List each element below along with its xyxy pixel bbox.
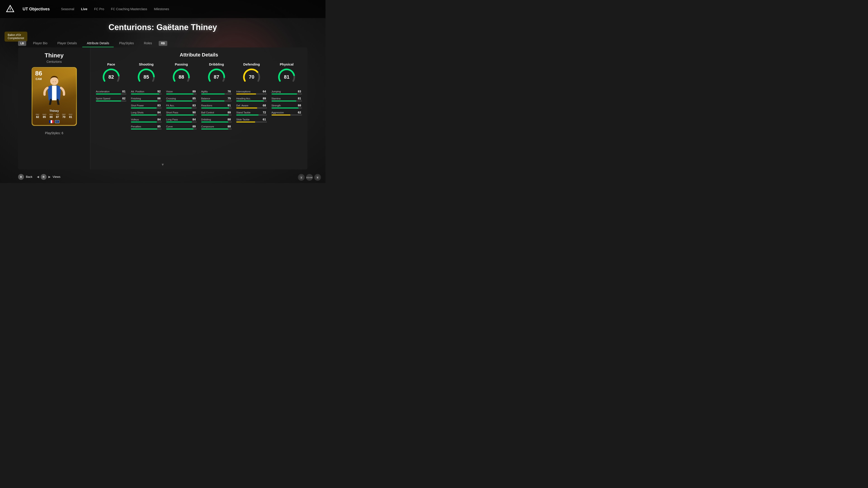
attr-bar-fill [272,115,291,116]
tab-attribute-details[interactable]: Attribute Details [82,39,114,47]
back-control[interactable]: B Back [18,174,32,180]
attr-row: Heading Acc. 89 [236,97,267,101]
attr-label: Slide Tackle [236,118,254,121]
attr-top: Crossing 85 [166,97,197,100]
nav-seasonal[interactable]: Seasonal [61,7,74,11]
attr-value: 72 [260,111,266,114]
attr-row: Strength 88 [272,104,302,108]
attr-bar-fill [166,115,194,116]
attr-top: Sprint Speed 82 [96,97,126,100]
gauge-dribbling: 87 [208,68,225,86]
attr-bar-container [131,129,161,129]
attr-top: Vision 89 [166,90,197,93]
attr-bar-fill [201,101,224,101]
attr-row-inner: Curve 89 [166,125,197,129]
watermark-icon1: 1 [298,174,305,181]
lb-button[interactable]: LB [18,41,26,46]
attr-row: Crossing 85 [166,97,197,101]
attr-bar-container [131,115,161,116]
tab-playstyles[interactable]: PlayStyles [115,39,138,47]
attr-value: 89 [225,111,231,114]
attr-label: Reactions [201,104,219,107]
attr-label: Short Pass [166,111,184,114]
category-name-4: Defending [243,62,260,66]
nav-milestones[interactable]: Milestones [154,7,169,11]
attr-value: 64 [260,90,266,93]
card-stats-row: PAC 82 SHO 85 PAS 88 DRI 87 [34,113,74,119]
attr-bar-fill [272,101,297,101]
attr-label: Interceptions [236,90,254,93]
attr-list-3: Agility 76 Balance 75 Reacti [201,90,232,132]
attr-label: Balance [201,97,219,100]
attr-bar-container [236,94,267,94]
nav-coaching[interactable]: FC Coaching Masterclass [111,7,147,11]
attr-bar-fill [131,122,157,123]
attr-list-2: Vision 89 Crossing 85 FK Acc [166,90,197,132]
attr-row-inner: Jumping 83 [272,90,302,94]
views-control[interactable]: ◀ R ▶ Views [37,174,60,180]
attr-bar-container [201,101,232,101]
attr-list-4: Interceptions 64 Heading Acc. 89 [236,90,267,125]
attr-value: 83 [296,90,301,93]
attr-label: Dribbling [201,118,219,121]
attr-bar-container [272,94,302,94]
svg-text:1: 1 [301,176,302,179]
attr-bar-fill [131,107,156,108]
attr-bar-fill [131,101,158,101]
attr-label: Aggression [272,111,289,114]
attr-row-inner: Heading Acc. 89 [236,97,267,101]
card-stat-def: DEF 70 [62,113,66,119]
attr-bar-container [201,115,232,116]
attr-bar-container [272,101,302,101]
attr-row-inner: Long Shots 84 [131,111,161,116]
attr-top: Jumping 83 [272,90,302,93]
attr-row-inner: Def. Aware 68 [236,104,267,108]
attr-row: Dribbling 88 [201,118,232,123]
attr-bar-fill [201,115,229,116]
attr-label: Sprint Speed [96,97,114,100]
attr-top: Penalties 85 [131,125,161,128]
svg-point-2 [50,77,58,85]
svg-point-3 [53,81,54,82]
tab-roles[interactable]: Roles [139,39,156,47]
attr-top: Volleys 84 [131,118,161,121]
attr-value: 83 [155,104,161,107]
attr-list-0: Acceleration 81 Sprint Speed 82 [96,90,126,104]
tab-player-details[interactable]: Player Details [53,39,81,47]
card-stat-pac: PAC 82 [36,113,39,119]
nav-fc-pro[interactable]: FC Pro [94,7,104,11]
attr-value: 75 [225,97,231,100]
attr-top: Att. Position 92 [131,90,161,93]
top-navigation: UT Objectives Seasonal Live FC Pro FC Co… [0,0,326,18]
nav-items: Seasonal Live FC Pro FC Coaching Masterc… [61,7,169,11]
category-physical: Physical 81 Jumping 83 Stamina 81 [272,62,302,132]
page-title: Centurions: Gaëtane Thiney [0,23,326,32]
rb-button[interactable]: RB [159,41,167,46]
attr-row-inner: Att. Position 92 [131,90,161,94]
tab-player-bio[interactable]: Player Bio [29,39,52,47]
nav-live[interactable]: Live [81,7,87,11]
attr-row: Long Pass 84 [166,118,197,123]
attr-row-inner: Volleys 84 [131,118,161,123]
attr-row-inner: Aggression 62 [272,111,302,116]
category-shooting: Shooting 85 Att. Position 92 Finishing 8… [131,62,161,132]
attr-bar-fill [131,129,157,129]
attr-list-1: Att. Position 92 Finishing 86 [131,90,161,132]
tab-navigation: LB Player Bio Player Details Attribute D… [18,39,167,47]
attr-row: Agility 76 [201,90,232,94]
attr-label: Ball Control [201,111,219,114]
attr-bar-fill [131,94,159,94]
attr-value: 88 [225,118,231,121]
scroll-down-arrow: ▼ [161,163,164,167]
attr-bar-container [236,122,267,123]
attr-value: 68 [260,104,266,107]
r-button-icon: R [41,174,46,180]
attr-label: Vision [166,90,184,93]
attr-top: Curve 89 [166,125,197,128]
attr-label: Penalties [131,125,149,128]
attr-row-inner: Strength 88 [272,104,302,108]
attr-bar-fill [236,101,264,101]
gauge-value-4: 70 [243,68,260,86]
attr-row-inner: Sprint Speed 82 [96,97,126,101]
player-card: 86 CAM [32,67,77,126]
